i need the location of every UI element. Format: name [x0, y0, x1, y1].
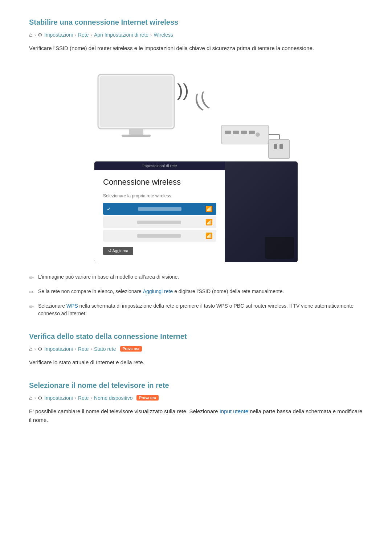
- section-stato-rete: Verifica dello stato della connessione I…: [29, 332, 363, 367]
- aggiungi-rete-link[interactable]: Aggiungi rete: [143, 288, 173, 294]
- section3-title: Selezionare il nome del televisore in re…: [29, 381, 363, 390]
- screen-mockup: Impostazioni di rete Connessione wireles…: [94, 161, 298, 262]
- bc-wireless[interactable]: Wireless: [154, 32, 173, 38]
- svg-rect-9: [241, 131, 247, 134]
- svg-rect-15: [274, 144, 277, 149]
- note-3: ✏ Selezionare WPS nella schermata di imp…: [29, 302, 363, 318]
- tv-router-illustration: )) ((: [87, 63, 305, 161]
- ssid-bar-selected: [138, 207, 181, 211]
- gear-icon-2: ⚙: [38, 346, 42, 352]
- sep2: ›: [75, 32, 76, 38]
- modal-panel: Impostazioni di rete Connessione wireles…: [94, 161, 225, 262]
- sep1: ›: [34, 32, 36, 38]
- section1-title: Stabilire una connessione Internet wirel…: [29, 18, 363, 26]
- svg-rect-7: [225, 131, 231, 134]
- bc-rete[interactable]: Rete: [78, 32, 89, 38]
- svg-rect-3: [122, 135, 151, 137]
- svg-rect-14: [269, 140, 290, 159]
- bc2-rete[interactable]: Rete: [78, 346, 89, 352]
- svg-rect-10: [249, 131, 255, 134]
- bc2-impostazioni[interactable]: Impostazioni: [44, 346, 73, 352]
- update-button[interactable]: ↺ Aggiorna: [103, 243, 216, 255]
- modal-subtitle: Selezionare la propria rete wireless.: [103, 193, 216, 198]
- sep2-3: ›: [91, 346, 92, 352]
- bc3-nome-dispositivo[interactable]: Nome dispositivo: [94, 395, 133, 401]
- ssid-bar-3: [137, 234, 181, 238]
- wps-link[interactable]: WPS: [66, 303, 78, 309]
- wifi-icon-3: 📶: [205, 232, 213, 239]
- svg-text:)): )): [177, 81, 189, 100]
- note-1-text: L'immagine può variare in base al modell…: [38, 273, 179, 281]
- svg-rect-2: [129, 129, 143, 135]
- diagram-area: )) ((: [29, 63, 363, 262]
- modal-header: Impostazioni di rete: [94, 161, 225, 170]
- sep3-2: ›: [75, 395, 76, 401]
- try-now-badge-3[interactable]: Prova ora: [136, 395, 158, 401]
- section-wireless: Stabilire una connessione Internet wirel…: [29, 18, 363, 318]
- sep3-1: ›: [34, 395, 36, 401]
- tv-silhouette: [265, 237, 294, 259]
- note-1: ✏ L'immagine può variare in base al mode…: [29, 273, 363, 283]
- tv-dark-bg: [225, 161, 298, 262]
- bc-apri-impostazioni[interactable]: Apri Impostazioni di rete: [94, 32, 148, 38]
- sep4: ›: [150, 32, 152, 38]
- section1-description: Verificare l'SSID (nome) del router wire…: [29, 44, 363, 53]
- gear-icon-3: ⚙: [38, 395, 42, 401]
- bc3-rete[interactable]: Rete: [78, 395, 89, 401]
- note-2-text: Se la rete non compare in elenco, selezi…: [38, 288, 284, 296]
- note-2: ✏ Se la rete non compare in elenco, sele…: [29, 288, 363, 297]
- svg-point-11: [256, 132, 260, 137]
- pencil-icon-3: ✏: [29, 303, 34, 312]
- sep3: ›: [91, 32, 92, 38]
- bc3-impostazioni[interactable]: Impostazioni: [44, 395, 73, 401]
- svg-rect-1: [100, 76, 172, 127]
- notes-section1: ✏ L'immagine può variare in base al mode…: [29, 273, 363, 318]
- screen-mockup-wrapper: Impostazioni di rete Connessione wireles…: [29, 161, 363, 262]
- wifi-icon-1: 📶: [205, 205, 213, 212]
- bc-impostazioni[interactable]: Impostazioni: [44, 32, 73, 38]
- section-nome-dispositivo: Selezionare il nome del televisore in re…: [29, 381, 363, 424]
- svg-rect-16: [279, 144, 283, 149]
- pencil-icon-2: ✏: [29, 288, 34, 297]
- modal-body: Connessione wireless Selezionare la prop…: [94, 170, 225, 262]
- wifi-icon-2: 📶: [205, 219, 213, 226]
- section3-description: E' possibile cambiare il nome del televi…: [29, 407, 363, 424]
- note-3-text: Selezionare WPS nella schermata di impos…: [38, 302, 363, 318]
- home-icon-3: ⌂: [29, 395, 33, 401]
- section3-desc-part1: E' possibile cambiare il nome del televi…: [29, 408, 218, 414]
- update-btn-label[interactable]: ↺ Aggiorna: [103, 247, 133, 255]
- input-utente-link[interactable]: Input utente: [220, 408, 248, 414]
- svg-text:((: ((: [191, 88, 211, 112]
- modal-header-label: Impostazioni di rete: [142, 164, 177, 168]
- ssid-bar-2: [137, 221, 181, 224]
- sep2-2: ›: [75, 346, 76, 352]
- section2-title: Verifica dello stato della connessione I…: [29, 332, 363, 341]
- home-icon-2: ⌂: [29, 346, 33, 352]
- sep2-1: ›: [34, 346, 36, 352]
- pencil-icon-1: ✏: [29, 274, 34, 283]
- wifi-network-2[interactable]: 📶: [103, 216, 216, 228]
- bc2-stato-rete[interactable]: Stato rete: [94, 346, 116, 352]
- modal-title: Connessione wireless: [103, 177, 216, 187]
- breadcrumb-section2: ⌂ › ⚙ Impostazioni › Rete › Stato rete P…: [29, 346, 363, 352]
- check-mark: ✓: [107, 206, 111, 212]
- svg-rect-8: [233, 131, 239, 134]
- sep3-3: ›: [91, 395, 92, 401]
- breadcrumb-section1: ⌂ › ⚙ Impostazioni › Rete › Apri Imposta…: [29, 32, 363, 38]
- home-icon: ⌂: [29, 32, 33, 38]
- wifi-network-3[interactable]: 📶: [103, 230, 216, 242]
- wifi-network-selected[interactable]: ✓ 📶: [103, 203, 216, 215]
- try-now-badge-2[interactable]: Prova ora: [120, 346, 142, 352]
- svg-rect-6: [221, 125, 269, 144]
- breadcrumb-section3: ⌂ › ⚙ Impostazioni › Rete › Nome disposi…: [29, 395, 363, 401]
- tv-router-svg: )) ((: [87, 63, 305, 161]
- section2-description: Verificare lo stato attuale di Internet …: [29, 358, 363, 367]
- gear-icon: ⚙: [38, 32, 42, 38]
